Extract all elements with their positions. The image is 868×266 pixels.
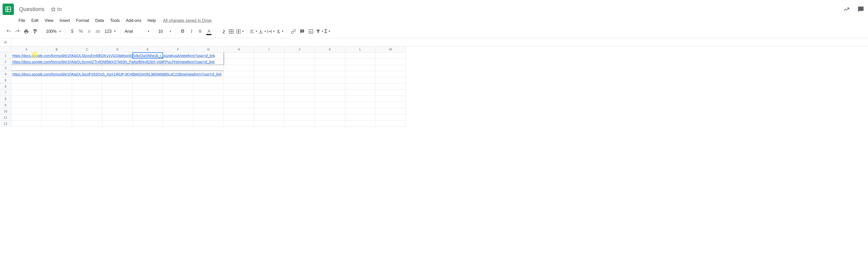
move-folder-icon[interactable] — [57, 7, 62, 12]
comment-icon[interactable] — [856, 5, 865, 14]
cell-L3[interactable] — [345, 65, 375, 71]
cell-F7[interactable] — [163, 90, 193, 96]
cell-L1[interactable] — [345, 53, 375, 59]
cell-C2[interactable] — [72, 59, 102, 65]
cell-D3[interactable] — [102, 65, 133, 71]
cell-G8[interactable] — [193, 96, 224, 102]
cell-F6[interactable] — [163, 83, 193, 90]
trend-icon[interactable] — [842, 5, 851, 14]
cell-M12[interactable] — [375, 121, 406, 127]
cell-J10[interactable] — [284, 108, 315, 114]
cell-J1[interactable] — [284, 53, 315, 59]
cell-D6[interactable] — [102, 83, 133, 90]
cell-G7[interactable] — [193, 90, 224, 96]
cell-B7[interactable] — [42, 90, 72, 96]
zoom-select[interactable]: 100%▼ — [44, 29, 63, 34]
cell-K12[interactable] — [315, 121, 345, 127]
col-header-K[interactable]: K — [315, 46, 345, 53]
cell-B11[interactable] — [42, 114, 72, 121]
cell-C11[interactable] — [72, 114, 102, 121]
cell-E3[interactable] — [133, 65, 163, 71]
cell-H4[interactable] — [224, 71, 254, 77]
cell-B8[interactable] — [42, 96, 72, 102]
menu-data[interactable]: Data — [95, 18, 104, 23]
cell-I4[interactable] — [254, 71, 284, 77]
cell-E11[interactable] — [133, 114, 163, 121]
cell-H1[interactable] — [224, 53, 254, 59]
cell-J5[interactable] — [284, 77, 315, 83]
insert-comment-button[interactable] — [298, 27, 306, 35]
cell-K3[interactable] — [315, 65, 345, 71]
cell-H10[interactable] — [224, 108, 254, 114]
cell-K8[interactable] — [315, 96, 345, 102]
cell-K1[interactable] — [315, 53, 345, 59]
row-header-6[interactable]: 6 — [0, 83, 11, 90]
cell-D11[interactable] — [102, 114, 133, 121]
cell-A2[interactable] — [11, 59, 42, 65]
cell-G6[interactable] — [193, 83, 224, 90]
cell-L4[interactable] — [345, 71, 375, 77]
decimal-decrease-button[interactable]: .0← — [86, 27, 94, 35]
cell-G10[interactable] — [193, 108, 224, 114]
col-header-H[interactable]: H — [224, 46, 254, 53]
cell-C8[interactable] — [72, 96, 102, 102]
cell-C7[interactable] — [72, 90, 102, 96]
cell-A12[interactable] — [11, 121, 42, 127]
row-header-5[interactable]: 5 — [0, 77, 11, 83]
sheets-logo[interactable] — [3, 4, 14, 15]
cell-H12[interactable] — [224, 121, 254, 127]
cell-I9[interactable] — [254, 102, 284, 108]
bold-button[interactable]: B — [179, 27, 187, 35]
cell-L9[interactable] — [345, 102, 375, 108]
cell-F3[interactable] — [163, 65, 193, 71]
cell-C10[interactable] — [72, 108, 102, 114]
row-header-3[interactable]: 3 — [0, 65, 11, 71]
cell-J9[interactable] — [284, 102, 315, 108]
cell-L7[interactable] — [345, 90, 375, 96]
cell-A10[interactable] — [11, 108, 42, 114]
cell-D9[interactable] — [102, 102, 133, 108]
select-all-corner[interactable] — [0, 46, 11, 53]
formula-input[interactable] — [11, 38, 868, 46]
cell-I8[interactable] — [254, 96, 284, 102]
row-header-1[interactable]: 1 — [0, 53, 11, 59]
col-header-F[interactable]: F — [163, 46, 193, 53]
cell-G11[interactable] — [193, 114, 224, 121]
menu-view[interactable]: View — [44, 18, 53, 23]
cell-E8[interactable] — [133, 96, 163, 102]
row-header-7[interactable]: 7 — [0, 90, 11, 96]
cell-C3[interactable] — [72, 65, 102, 71]
row-header-11[interactable]: 11 — [0, 114, 11, 121]
cell-G3[interactable] — [193, 65, 224, 71]
cell-G4[interactable] — [193, 71, 224, 77]
cell-M9[interactable] — [375, 102, 406, 108]
col-header-B[interactable]: B — [42, 46, 72, 53]
merge-cells-button[interactable]: ▼ — [236, 29, 244, 34]
cell-E1[interactable] — [133, 53, 163, 59]
cell-H6[interactable] — [224, 83, 254, 90]
cell-F12[interactable] — [163, 121, 193, 127]
cell-D2[interactable] — [102, 59, 133, 65]
cell-I5[interactable] — [254, 77, 284, 83]
document-title[interactable]: Questions — [19, 6, 44, 12]
cell-F5[interactable] — [163, 77, 193, 83]
cell-E6[interactable] — [133, 83, 163, 90]
menu-edit[interactable]: Edit — [31, 18, 38, 23]
horizontal-align-button[interactable]: ▼ — [249, 29, 258, 34]
menu-insert[interactable]: Insert — [60, 18, 70, 23]
cell-H11[interactable] — [224, 114, 254, 121]
cell-G2[interactable] — [193, 59, 224, 65]
menu-help[interactable]: Help — [147, 18, 156, 23]
cell-B1[interactable] — [42, 53, 72, 59]
font-size-select[interactable]: 10▼ — [157, 29, 173, 34]
cell-E2[interactable] — [133, 59, 163, 65]
col-header-I[interactable]: I — [254, 46, 284, 53]
cell-J7[interactable] — [284, 90, 315, 96]
cell-F9[interactable] — [163, 102, 193, 108]
cell-A1[interactable] — [11, 53, 42, 59]
cell-A4[interactable] — [11, 71, 42, 77]
cell-M2[interactable] — [375, 59, 406, 65]
cell-M7[interactable] — [375, 90, 406, 96]
cell-I6[interactable] — [254, 83, 284, 90]
cell-E10[interactable] — [133, 108, 163, 114]
